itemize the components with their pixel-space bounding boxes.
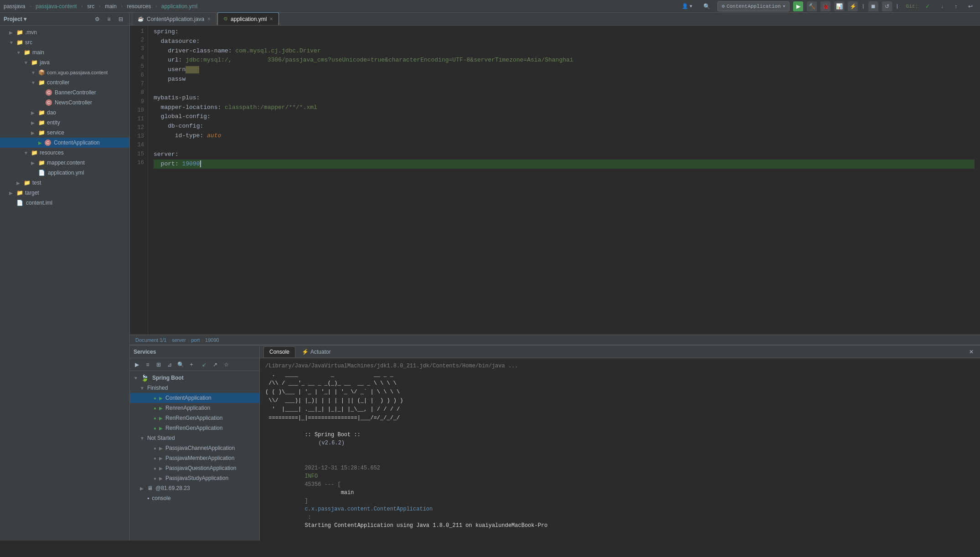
tree-item-src[interactable]: ▼ 📁 src [0, 37, 129, 47]
editor-content-area: 12345 678910 1112131415 16 spring: datas… [130, 26, 980, 335]
tree-item-java[interactable]: ▼ 📁 java [0, 57, 129, 67]
git-check-btn[interactable]: ✓ [922, 1, 934, 12]
tab-actuator[interactable]: ⚡ Actuator [296, 346, 336, 357]
proj-filter-btn[interactable]: ≡ [104, 14, 114, 24]
tree-item-news-controller[interactable]: C NewsController [0, 98, 129, 108]
tree-item-dao[interactable]: ▶ 📁 dao [0, 108, 129, 118]
tree-item-content-iml[interactable]: 📄 content.iml [0, 198, 129, 208]
undo-btn[interactable]: ↩ [965, 1, 976, 12]
svc-item-member-app[interactable]: ● ▶ PassjavaMemberApplication [130, 453, 259, 463]
console-output[interactable]: /Library/Java/JavaVirtualMachines/jdk1.8… [260, 358, 980, 541]
tree-item-package[interactable]: ▼ 📦 com.xguo.passjava.content [0, 67, 129, 77]
svc-item-finished[interactable]: ▼ Finished [130, 383, 259, 393]
svc-item-content-app[interactable]: ● ▶ ContentApplication [130, 393, 259, 403]
services-panel: Services ▶ ≡ ⊞ ⊿ 🔍 + ↙ ↗ ☆ [130, 346, 260, 541]
svc-item-renrengen-app1[interactable]: ● ▶ RenRenGenApplication [130, 413, 259, 423]
tab-content-app-close[interactable]: ✕ [207, 16, 211, 21]
svc-star-icon[interactable]: ☆ [221, 360, 231, 370]
bc-yml[interactable]: application.yml [161, 3, 197, 10]
tab-console[interactable]: Console [263, 346, 295, 357]
svc-item-not-started[interactable]: ▼ Not Started [130, 433, 259, 443]
tab-yml-close[interactable]: ✕ [269, 16, 273, 21]
svc-filter-btn[interactable]: ⊿ [165, 360, 175, 370]
svc-item-renren-app[interactable]: ● ▶ RenrenApplication [130, 403, 259, 413]
console-panel: Console ⚡ Actuator ✕ /Library/Java/JavaV… [260, 346, 980, 541]
editor-tab-row: ☕ ContentApplication.java ✕ ⚙ applicatio… [130, 13, 980, 26]
tree-item-main[interactable]: ▼ 📁 main [0, 47, 129, 57]
bc-doc: Document 1/1 [135, 337, 166, 343]
toolbar-divider: | [861, 4, 865, 9]
search-btn[interactable]: 🔍 [700, 1, 714, 12]
svc-item-console[interactable]: ▪ console [130, 493, 259, 503]
bc-main[interactable]: main [105, 3, 117, 10]
git-arrow-btn[interactable]: ↓ [937, 1, 947, 12]
proj-collapse-btn[interactable]: ⊟ [116, 14, 126, 24]
svc-item-renrengen-app2[interactable]: ● ▶ RenRenGenApplication [130, 423, 259, 433]
bc-passjava-content[interactable]: passjava-content [36, 3, 77, 10]
code-line-9: mapper-locations: classpath:/mapper/**/*… [154, 103, 975, 113]
bc-s3: › [201, 337, 203, 343]
update-button[interactable]: ↺ [882, 1, 892, 11]
tree-item-test[interactable]: ▶ 📁 test [0, 178, 129, 188]
svc-left-icon[interactable]: ↙ [199, 360, 209, 370]
tree-item-appyml[interactable]: 📄 application.yml [0, 168, 129, 178]
log-bracket-1: ] [304, 498, 311, 504]
stop-button[interactable]: ⏹ [868, 1, 878, 11]
coverage-button[interactable]: 📊 [834, 1, 844, 11]
proj-gear-btn[interactable]: ⚙ [92, 14, 102, 24]
build-button[interactable]: 🔨 [807, 1, 817, 11]
tree-item-resources[interactable]: ▼ 📁 resources [0, 148, 129, 158]
tree-item-entity[interactable]: ▶ 📁 entity [0, 118, 129, 128]
svc-filter2-btn[interactable]: 🔍 [175, 360, 186, 370]
code-line-3: driver-class-name: com.mysql.cj.jdbc.Dri… [154, 46, 975, 56]
tree-item-target[interactable]: ▶ 📁 target [0, 188, 129, 198]
svc-item-study-app[interactable]: ● ▶ PassjavaStudyApplication [130, 473, 259, 483]
services-title: Services [134, 349, 156, 355]
tree-item-mapper-content[interactable]: ▶ 📁 mapper.content [0, 158, 129, 168]
run-button[interactable]: ▶ [793, 1, 803, 11]
tree-item-controller[interactable]: ▼ 📁 controller [0, 77, 129, 88]
java-path-line: /Library/Java/JavaVirtualMachines/jdk1.8… [265, 362, 975, 370]
code-line-7 [154, 84, 975, 93]
git-up-btn[interactable]: ↑ [951, 1, 961, 12]
debug-button[interactable]: 🐞 [820, 1, 830, 11]
tab-application-yml[interactable]: ⚙ application.yml ✕ [217, 12, 279, 25]
console-close-btn[interactable]: ✕ [966, 347, 976, 357]
account-btn[interactable]: 👤 ▾ [678, 1, 696, 12]
tab-yml-label: application.yml [231, 16, 267, 22]
bc-sep-4: › [120, 4, 124, 9]
bc-s2: › [188, 337, 190, 343]
log-info-1: INFO [304, 473, 321, 480]
bc-resources[interactable]: resources [127, 3, 151, 10]
svc-item-springboot[interactable]: ▼ 🍃 Spring Boot [130, 373, 259, 383]
svc-split-btn[interactable]: ⊞ [154, 360, 164, 370]
profile-button[interactable]: ⚡ [848, 1, 858, 11]
code-editor[interactable]: spring: datasource: driver-class-name: c… [148, 26, 980, 335]
code-line-5: usern [154, 65, 975, 75]
svc-item-channel-app[interactable]: ● ▶ PassjavaChannelApplication [130, 443, 259, 453]
services-toolbar: ▶ ≡ ⊞ ⊿ 🔍 + ↙ ↗ ☆ [130, 358, 259, 371]
bc-passjava[interactable]: passjava [4, 3, 25, 10]
tree-item-service[interactable]: ▶ 📁 service [0, 128, 129, 138]
tree-item-banner-controller[interactable]: C BannerController [0, 88, 129, 98]
spring-banner-6: =========|_|===============|___/=/_/_/_/ [265, 414, 975, 422]
spring-banner-4: \\/ ___)| |_)| | | | | || (_| | ) ) ) ) [265, 397, 975, 405]
log-msg-1: Starting ContentApplication using Java 1… [304, 522, 547, 529]
code-line-11: db-config: [154, 122, 975, 131]
svc-list-btn[interactable]: ≡ [143, 360, 153, 370]
run-config-dropdown[interactable]: ⚙️ ContentApplication ▾ [717, 1, 789, 11]
spring-banner-1: . ____ _ __ _ _ [265, 371, 975, 379]
tree-item-content-app[interactable]: ▶ C ContentApplication [0, 138, 129, 148]
spring-boot-label: :: Spring Boot :: [304, 432, 360, 438]
log-ts-1: 2021-12-31 15:28:45.652 [304, 465, 383, 471]
svc-run-btn[interactable]: ▶ [132, 360, 142, 370]
log-line-1b: .local with PID 45356 (/Users/guoyalun/D… [265, 538, 975, 541]
bc-src[interactable]: src [87, 3, 94, 10]
tree-item-mvn[interactable]: ▶ 📁 .mvn [0, 27, 129, 37]
svc-item-question-app[interactable]: ● ▶ PassjavaQuestionApplication [130, 463, 259, 473]
svc-right-icon[interactable]: ↗ [210, 360, 220, 370]
svc-item-server[interactable]: ▶ 🖥 @81.69.28.23 [130, 483, 259, 493]
svc-add-btn[interactable]: + [186, 360, 196, 370]
tab-content-app-label: ContentApplication.java [147, 16, 204, 22]
tab-content-app[interactable]: ☕ ContentApplication.java ✕ [132, 12, 217, 25]
